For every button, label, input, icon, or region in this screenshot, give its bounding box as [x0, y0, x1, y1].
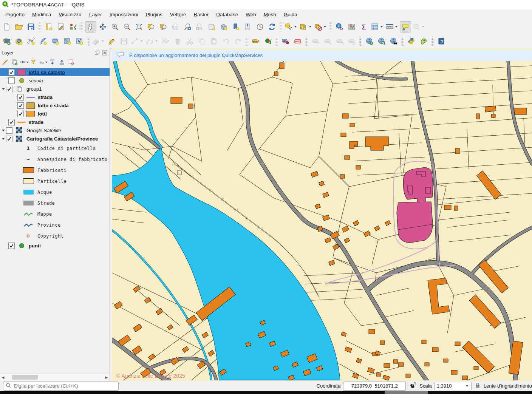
open-attribute-table-button[interactable]: [346, 21, 357, 32]
manage-layer-visibility-button[interactable]: [19, 58, 29, 67]
temporal-controller-button[interactable]: [254, 21, 266, 32]
coordinate-input[interactable]: [343, 382, 406, 391]
menu-visualizza[interactable]: Visualizza: [55, 10, 85, 19]
layer-item-lotto-da-catasto[interactable]: lotto da catasto: [0, 68, 110, 76]
layer-checkbox[interactable]: [8, 243, 15, 249]
zoom-to-selection-button[interactable]: [145, 21, 157, 32]
menu-progetto[interactable]: Progetto: [2, 10, 28, 19]
layer-diagram-button[interactable]: [262, 36, 274, 47]
select-by-value-button[interactable]: [299, 21, 313, 32]
locator-box[interactable]: [3, 382, 119, 391]
menu-database[interactable]: Database: [212, 10, 242, 19]
layer-checkbox[interactable]: [6, 86, 12, 92]
new-shapefile-layer-button[interactable]: [25, 36, 37, 47]
collapse-all-button[interactable]: [57, 58, 66, 67]
expander-icon[interactable]: [2, 130, 5, 131]
dropdown-arrow-icon[interactable]: [380, 26, 383, 28]
filter-legend-button[interactable]: [29, 58, 38, 67]
layer-item-strade[interactable]: strade: [0, 118, 110, 126]
highlight-labels-button[interactable]: abc: [292, 36, 303, 47]
menu-vettore[interactable]: Vettore: [166, 10, 190, 19]
dropdown-arrow-icon[interactable]: [155, 40, 158, 42]
filter-by-expression-button[interactable]: ε: [38, 58, 48, 67]
data-source-manager-button[interactable]: [1, 36, 12, 47]
scrollbar-thumb[interactable]: [12, 375, 38, 380]
zoom-last-button[interactable]: [182, 21, 193, 32]
layer-checkbox[interactable]: [17, 111, 24, 117]
open-project-button[interactable]: [13, 21, 25, 32]
layer-item-scuola[interactable]: scuola: [0, 76, 110, 85]
zoom-full-button[interactable]: [133, 21, 145, 32]
legend-item-copyright[interactable]: ©Copyright: [0, 230, 110, 241]
menu-modifica[interactable]: Modifica: [28, 10, 55, 19]
toggle-extents-icon[interactable]: [408, 381, 417, 391]
qms-add-layer-button[interactable]: [364, 36, 375, 47]
layer-item-cartografia-catastale-province[interactable]: Cartografia Catastale/Province: [0, 134, 110, 143]
zoom-out-button[interactable]: [121, 21, 133, 32]
toggle-editing-button[interactable]: [106, 36, 118, 47]
new-virtual-layer-button[interactable]: [74, 36, 85, 47]
new-mesh-layer-button[interactable]: [62, 36, 73, 47]
layer-checkbox[interactable]: [6, 136, 12, 142]
layer-checkbox[interactable]: [8, 69, 15, 76]
layers-panel-hscrollbar[interactable]: ◀ ▶: [0, 374, 110, 381]
legend-item-province[interactable]: Province: [0, 219, 110, 230]
new-map-view-button[interactable]: [206, 21, 217, 32]
layer-item-lotto-e-strada[interactable]: lotto e strada: [0, 101, 110, 110]
qms-search-button[interactable]: [376, 36, 387, 47]
legend-item-particelle[interactable]: Particelle: [0, 176, 110, 187]
attribute-tables-button[interactable]: [370, 21, 384, 32]
metasearch-button[interactable]: [388, 36, 399, 47]
dropdown-arrow-icon[interactable]: [324, 26, 326, 28]
help-contents-button[interactable]: ?: [436, 36, 447, 47]
dropdown-arrow-icon[interactable]: [141, 40, 143, 42]
menu-guida[interactable]: Guida: [280, 10, 301, 19]
dropdown-arrow-icon[interactable]: [102, 40, 104, 42]
panel-close-icon[interactable]: [101, 50, 108, 56]
plugin-tool-button[interactable]: [418, 36, 429, 47]
legend-item-strade[interactable]: Strade: [0, 198, 110, 209]
layout-manager-button[interactable]: [55, 21, 66, 32]
dropdown-arrow-icon[interactable]: [309, 26, 311, 28]
locator-input[interactable]: [13, 383, 116, 389]
dropdown-arrow-icon[interactable]: [294, 26, 297, 28]
refresh-button[interactable]: [266, 21, 278, 32]
remove-layer-button[interactable]: [66, 58, 76, 67]
scroll-right-icon[interactable]: ▶: [104, 375, 109, 380]
new-spatial-bookmark-button[interactable]: [230, 21, 241, 32]
lock-icon[interactable]: [474, 382, 481, 390]
dropdown-arrow-icon[interactable]: [395, 26, 397, 28]
new-temporary-scratch-layer-button[interactable]: [37, 36, 49, 47]
statistical-summary-button[interactable]: Σ: [358, 21, 370, 32]
scale-combo[interactable]: 1:3910: [435, 382, 472, 390]
identify-features-button[interactable]: i: [334, 21, 345, 32]
save-project-button[interactable]: [25, 21, 37, 32]
layer-checkbox[interactable]: [17, 94, 24, 100]
new-3d-map-view-button[interactable]: [218, 21, 229, 32]
deselect-all-button[interactable]: [314, 21, 328, 32]
layer-item-lotti[interactable]: lotti: [0, 110, 110, 118]
map-canvas[interactable]: © Agenzia delle Entrate 2025: [112, 61, 532, 380]
new-project-button[interactable]: [1, 21, 12, 32]
select-features-button[interactable]: [284, 21, 298, 32]
menu-layer[interactable]: Layer: [85, 10, 106, 19]
show-spatial-bookmarks-button[interactable]: [242, 21, 254, 32]
pin-labels-button[interactable]: ab: [280, 36, 291, 47]
pan-map-button[interactable]: [85, 21, 96, 32]
menu-impostazioni[interactable]: Impostazioni: [106, 10, 142, 19]
menu-raster[interactable]: Raster: [190, 10, 213, 19]
new-print-layout-button[interactable]: [43, 21, 54, 32]
dropdown-arrow-icon[interactable]: [422, 26, 424, 28]
style-manager-button[interactable]: a: [67, 21, 79, 32]
layer-item-group1[interactable]: group1: [0, 85, 110, 93]
menu-plugins[interactable]: Plugins: [142, 10, 166, 19]
layer-item-strada[interactable]: strada: [0, 93, 110, 101]
layer-item-google-satellite[interactable]: Google Satellite: [0, 126, 110, 134]
open-layer-styling-button[interactable]: [0, 58, 10, 67]
layer-checkbox[interactable]: [17, 102, 24, 109]
legend-item-mappe[interactable]: Mappe: [0, 209, 110, 219]
layer-checkbox[interactable]: [8, 119, 15, 125]
expand-all-button[interactable]: [48, 58, 57, 67]
add-group-button[interactable]: [10, 58, 19, 67]
menu-mesh[interactable]: Mesh: [260, 10, 280, 19]
